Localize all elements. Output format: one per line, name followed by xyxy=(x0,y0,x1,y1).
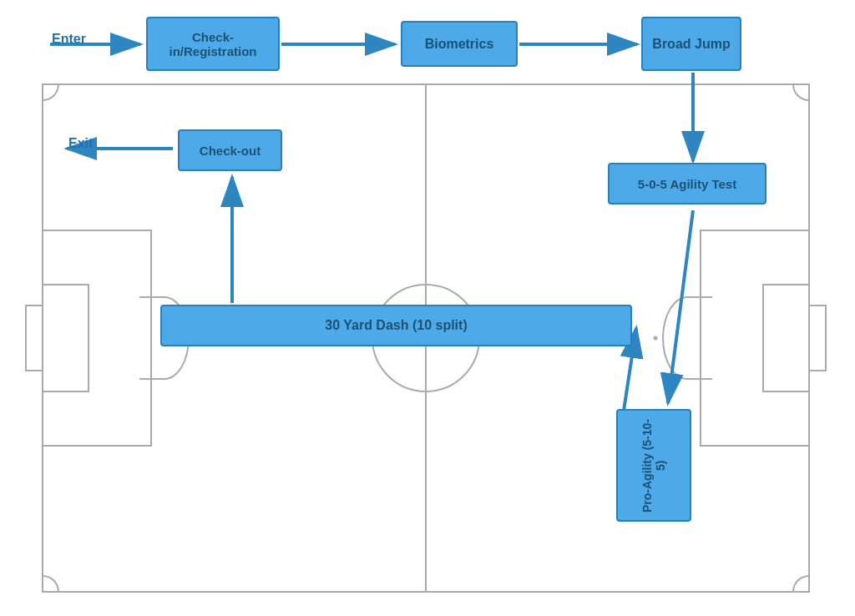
pro-agility-label: Pro-Agility (5-10-5) xyxy=(640,416,667,515)
checkout-station: Check-out xyxy=(178,129,282,171)
yard-dash-label: 30 Yard Dash (10 split) xyxy=(325,318,467,333)
biometrics-station: Biometrics xyxy=(401,21,518,67)
enter-label: Enter xyxy=(52,32,86,47)
right-spot-dot xyxy=(653,336,657,341)
right-goal xyxy=(808,305,827,371)
yard-dash-station: 30 Yard Dash (10 split) xyxy=(160,305,632,346)
right-penalty-arc xyxy=(662,296,712,380)
biometrics-label: Biometrics xyxy=(425,37,494,52)
right-goal-box xyxy=(762,284,808,392)
corner-bottom-right xyxy=(792,575,809,592)
diagram-container: Check-in/Registration Biometrics Broad J… xyxy=(0,0,855,616)
corner-top-left xyxy=(43,84,59,101)
agility-505-station: 5-0-5 Agility Test xyxy=(608,163,766,204)
corner-top-right xyxy=(792,84,809,101)
checkout-label: Check-out xyxy=(200,144,261,158)
checkin-station: Check-in/Registration xyxy=(146,17,280,71)
checkin-label: Check-in/Registration xyxy=(156,30,270,58)
pro-agility-station: Pro-Agility (5-10-5) xyxy=(616,409,691,522)
agility-505-label: 5-0-5 Agility Test xyxy=(638,177,736,191)
left-goal xyxy=(25,305,43,371)
corner-bottom-left xyxy=(43,575,59,592)
broad-jump-station: Broad Jump xyxy=(641,17,741,71)
broad-jump-label: Broad Jump xyxy=(652,37,730,52)
exit-label: Exit xyxy=(68,136,93,151)
left-goal-box xyxy=(43,284,89,392)
